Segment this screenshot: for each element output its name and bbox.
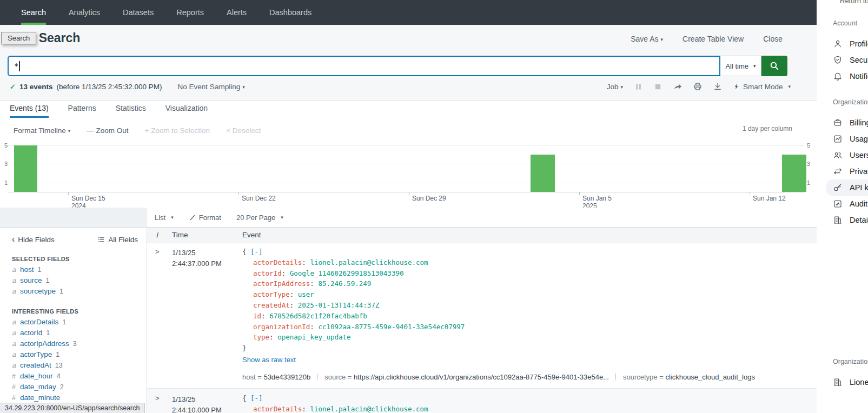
job-controls: Job▾ Smart Mode▾ (607, 82, 791, 91)
top-nav: Search Analytics Datasets Reports Alerts… (0, 0, 817, 25)
side-panel-item[interactable]: Lionel (826, 374, 868, 390)
browser-status-bar: 34.29.223.20:8000/en-US/app/search/searc… (0, 403, 145, 413)
json-field: createdAt: 2025-01-13T14:44:37Z (242, 300, 465, 311)
side-panel-item[interactable]: Users (826, 147, 868, 163)
deselect-button[interactable]: × Deselect (226, 126, 261, 135)
json-field: actorDetails: lionel.palacin@clickhouse.… (242, 257, 465, 268)
result-tab[interactable]: Statistics (116, 104, 146, 118)
field-item[interactable]: asourcetype1 (12, 286, 147, 297)
building-icon (833, 377, 843, 387)
print-button[interactable] (693, 82, 702, 91)
meta-field[interactable]: sourcetype = clickhouse_cloud_audit_logs (615, 373, 755, 381)
return-link[interactable]: Return to (840, 0, 868, 5)
gridline (8, 145, 805, 146)
close-button[interactable]: Close (763, 35, 783, 43)
pause-button[interactable] (634, 83, 642, 91)
collapse-toggle[interactable]: [-] (250, 394, 263, 402)
nav-item[interactable]: Dashboards (258, 0, 323, 25)
nav-item[interactable]: Reports (165, 0, 215, 25)
event-column-header: Event (242, 231, 261, 239)
x-axis-label: Sun Dec 22 (242, 195, 276, 202)
x-tick-mark (238, 192, 239, 195)
side-panel-item[interactable]: Details (826, 212, 868, 228)
job-status: ✓ 13 events (before 1/13/25 2:45:32.000 … (10, 83, 245, 91)
toolbar-gray-spacer (0, 208, 147, 227)
create-table-view-button[interactable]: Create Table View (683, 35, 744, 43)
print-icon (693, 82, 702, 91)
timeline-bar[interactable] (782, 155, 806, 192)
side-panel-item[interactable]: API keys (826, 179, 868, 196)
field-item[interactable]: aactorIpAddress3 (12, 338, 147, 349)
caret-down-icon: ▾ (281, 215, 283, 220)
result-tab[interactable]: Patterns (68, 104, 96, 118)
nav-item[interactable]: Alerts (215, 0, 258, 25)
save-as-button[interactable]: Save As▾ (631, 35, 663, 43)
side-panel-item[interactable]: Audit (826, 196, 868, 212)
search-button[interactable] (761, 56, 787, 76)
side-panel-item[interactable]: Notifications (826, 68, 868, 84)
format-results-button[interactable]: Format (189, 214, 221, 222)
shield-icon (833, 55, 843, 65)
meta-field[interactable]: source = https://api.clickhouse.cloud/v1… (317, 373, 609, 381)
download-icon (713, 82, 722, 91)
field-item[interactable]: #date_hour4 (12, 371, 147, 382)
job-menu[interactable]: Job▾ (607, 83, 623, 91)
stop-button[interactable] (654, 83, 662, 91)
x-tick-mark (68, 192, 69, 195)
field-item[interactable]: ahost1 (12, 264, 147, 275)
timeline-bar[interactable] (14, 145, 37, 192)
nav-item[interactable]: Datasets (111, 0, 165, 25)
side-panel-item[interactable]: Security (826, 52, 868, 68)
show-raw-text-link[interactable]: Show as raw text (242, 356, 296, 364)
side-panel-item[interactable]: Usage (826, 131, 868, 147)
time-range-picker[interactable]: All time▾ (720, 56, 761, 76)
zoom-out-button[interactable]: — Zoom Out (87, 126, 128, 135)
field-item[interactable]: #date_minute (12, 392, 147, 403)
nav-item[interactable]: Analytics (57, 0, 111, 25)
x-axis-label: Sun Jan 12 (753, 195, 786, 202)
minus-icon: — (87, 126, 94, 135)
search-input[interactable]: * (8, 56, 720, 76)
timeline-toolbar: Format Timeline▾ — Zoom Out + Zoom to Se… (14, 126, 261, 135)
all-fields-button[interactable]: All Fields (97, 236, 138, 244)
timeline-scale-note: 1 day per column (743, 125, 792, 132)
event-row: > 1/13/25 2:44:10.000 PM { [-] actorDeta… (147, 388, 817, 413)
side-panel-item[interactable]: Billing (826, 115, 868, 131)
caret-down-icon: ▾ (753, 63, 756, 69)
x-tick-mark (409, 192, 409, 195)
field-item[interactable]: acreatedAt13 (12, 360, 147, 371)
event-sampling-dropdown[interactable]: No Event Sampling▾ (178, 83, 245, 91)
side-panel-item[interactable]: Private (826, 163, 868, 179)
per-page-dropdown[interactable]: 20 Per Page▾ (236, 214, 283, 222)
search-mode-dropdown[interactable]: Smart Mode▾ (733, 83, 791, 91)
meta-field[interactable]: host = 53de4339120b (242, 373, 310, 381)
caret-down-icon: ▾ (242, 84, 245, 90)
selected-fields-header: SELECTED FIELDS (12, 256, 147, 262)
zoom-to-selection-button[interactable]: + Zoom to Selection (145, 126, 210, 135)
field-item[interactable]: aactorDetails1 (12, 317, 147, 328)
field-item[interactable]: aactorType1 (12, 349, 147, 360)
expand-chevron-icon[interactable]: > (155, 394, 160, 402)
result-tab[interactable]: Events (13) (10, 104, 49, 118)
field-item[interactable]: asource1 (12, 275, 147, 286)
caret-down-icon: ▾ (68, 128, 71, 134)
format-timeline-dropdown[interactable]: Format Timeline▾ (14, 126, 70, 135)
y-axis-label: 5 (807, 142, 813, 149)
timeline-bar[interactable] (531, 155, 555, 192)
result-tab[interactable]: Visualization (165, 104, 208, 118)
event-json: { [-] actorDetails: lionel.palacin@click… (242, 393, 428, 413)
share-button[interactable] (673, 82, 682, 91)
key-icon (833, 183, 843, 192)
json-field: actorIpAddress: 85.246.59.249 (242, 278, 465, 289)
export-button[interactable] (713, 82, 722, 91)
hide-fields-button[interactable]: ‹Hide Fields (12, 235, 55, 244)
search-bar: * All time▾ (8, 56, 787, 76)
collapse-toggle[interactable]: [-] (250, 248, 263, 256)
side-panel-item[interactable]: Profile (826, 36, 868, 52)
expand-chevron-icon[interactable]: > (155, 248, 160, 256)
field-item[interactable]: aactorId1 (12, 328, 147, 338)
section-header: Organization (817, 98, 868, 106)
list-view-dropdown[interactable]: List▾ (155, 214, 174, 222)
nav-item[interactable]: Search (10, 0, 57, 25)
field-item[interactable]: #date_mday2 (12, 382, 147, 392)
